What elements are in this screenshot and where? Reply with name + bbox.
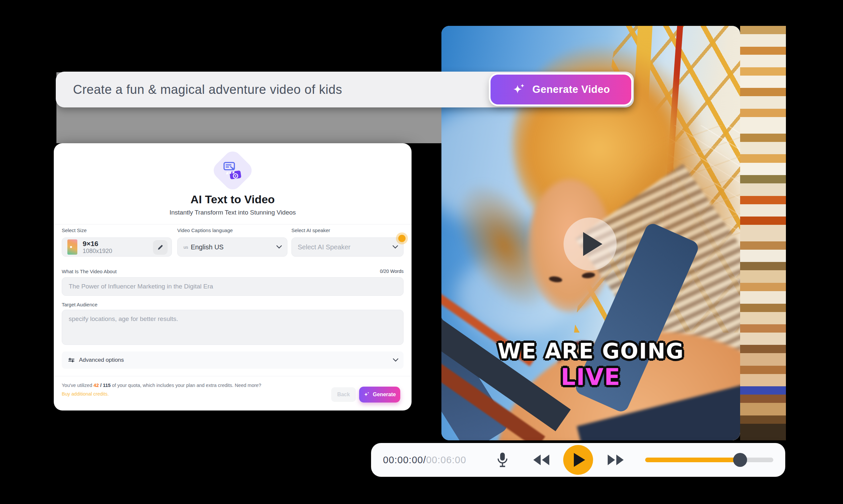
chevron-down-icon	[276, 245, 282, 249]
sparkles-icon	[363, 391, 370, 398]
quota-total-value: 115	[103, 383, 110, 388]
captions-language-select[interactable]: us English US	[177, 237, 288, 257]
pencil-icon	[157, 244, 164, 251]
video-play-overlay-button[interactable]	[564, 217, 617, 271]
advanced-options-toggle[interactable]: Advanced options	[62, 352, 403, 369]
video-caption-line2: LIVE	[442, 363, 740, 391]
modal-generate-button[interactable]: Generate	[359, 386, 400, 402]
topic-input[interactable]	[62, 277, 403, 296]
total-time: 00:06:00	[426, 455, 466, 466]
modal-generate-button-label: Generate	[373, 392, 396, 398]
sparkles-icon	[512, 82, 527, 97]
sliders-icon	[68, 357, 75, 364]
rewind-icon	[533, 454, 550, 466]
quota-suffix: of your quota, which includes your plan …	[110, 383, 261, 388]
time-separator: /	[423, 455, 426, 466]
speaker-notification-badge	[398, 235, 406, 242]
size-ratio: 9×16	[83, 240, 112, 248]
microphone-button[interactable]	[493, 443, 513, 477]
seek-slider-fill	[645, 457, 740, 462]
ai-text-to-video-modal: AI Text to Video Instantly Transform Tex…	[54, 143, 412, 411]
prompt-bar[interactable]: Create a fun & magical adventure video o…	[56, 72, 634, 107]
generate-video-button-label: Generate Video	[532, 84, 610, 95]
chevron-down-icon	[393, 245, 398, 249]
quota-text: You've utilized 42 / 115 of your quota, …	[62, 383, 261, 388]
language-flag-code: us	[184, 245, 188, 250]
modal-title: AI Text to Video	[54, 193, 412, 206]
current-time: 00:00:00	[383, 455, 423, 466]
back-button[interactable]: Back	[331, 387, 356, 402]
rewind-button[interactable]	[530, 443, 553, 477]
topic-label: What Is The Video About	[62, 269, 117, 274]
ai-speaker-select[interactable]: Select AI Speaker	[291, 237, 403, 257]
size-resolution: 1080x1920	[83, 248, 112, 255]
advanced-options-label: Advanced options	[79, 357, 124, 363]
ai-speaker-label: Select AI speaker	[291, 228, 330, 233]
timecode: 00:00:00 / 00:06:00	[383, 443, 466, 477]
seek-slider[interactable]	[645, 457, 773, 462]
size-selector[interactable]: 9×16 1080x1920	[62, 237, 172, 257]
speaker-placeholder: Select AI Speaker	[298, 244, 350, 251]
generate-video-button[interactable]: Generate Video	[491, 75, 631, 105]
buy-credits-link[interactable]: Buy additional credits.	[62, 391, 109, 397]
stage: WE ARE GOING LIVE Create a fun & magical…	[0, 0, 843, 504]
audience-label: Target Audience	[62, 302, 98, 307]
play-icon	[583, 232, 602, 256]
select-size-label: Select Size	[62, 228, 87, 233]
video-caption-line1: WE ARE GOING	[442, 339, 740, 363]
clapperboard-document-icon	[223, 161, 242, 180]
audience-textarea[interactable]	[62, 310, 403, 345]
fast-forward-icon	[607, 454, 624, 466]
prompt-text[interactable]: Create a fun & magical adventure video o…	[73, 83, 342, 97]
edit-size-button[interactable]	[153, 240, 168, 255]
play-button[interactable]	[563, 445, 593, 475]
seek-slider-thumb[interactable]	[733, 453, 747, 467]
media-player-bar: 00:00:00 / 00:06:00	[371, 443, 785, 477]
text-to-video-icon	[210, 148, 255, 193]
play-icon	[574, 453, 585, 467]
quota-used-value: 42	[93, 383, 99, 388]
modal-subtitle: Instantly Transform Text into Stunning V…	[54, 209, 412, 216]
fast-forward-button[interactable]	[604, 443, 627, 477]
video-edge-glitch-artifact	[740, 26, 786, 440]
divider	[54, 376, 412, 376]
microphone-icon	[497, 452, 508, 468]
word-counter: 0/20 Words	[380, 269, 403, 274]
quota-prefix: You've utilized	[62, 383, 93, 388]
aspect-ratio-thumbnail	[67, 239, 77, 255]
chevron-down-icon	[393, 358, 398, 362]
quota-separator: /	[99, 383, 103, 388]
divider	[54, 224, 412, 224]
captions-language-label: Video Captions language	[177, 228, 233, 233]
language-value: English US	[191, 244, 224, 251]
